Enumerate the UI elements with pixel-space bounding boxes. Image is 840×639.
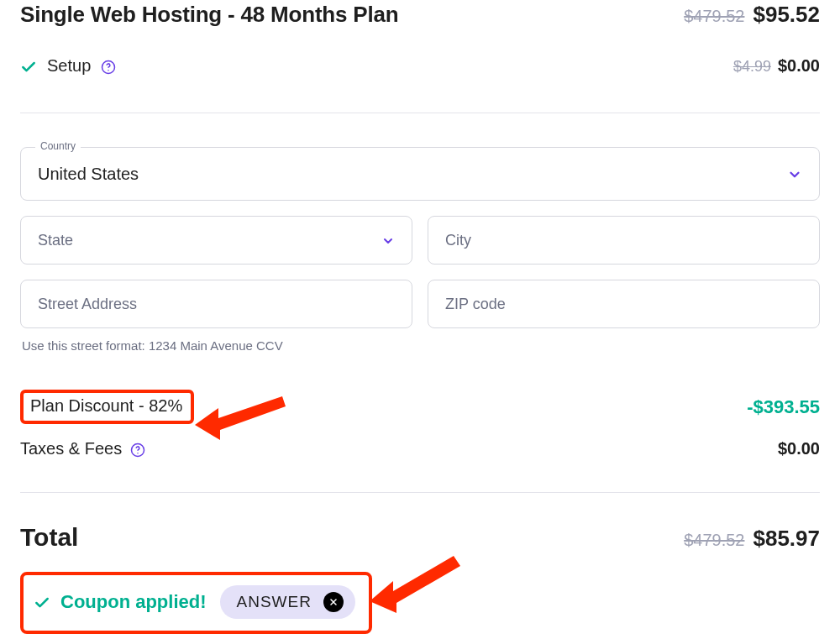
country-value: United States [38,165,139,184]
street-input[interactable]: Street Address [20,280,412,328]
plan-discount-label: Plan Discount - 82% [20,390,194,424]
svg-point-4 [137,453,139,454]
setup-price-current: $0.00 [778,56,820,75]
help-icon[interactable] [101,56,116,76]
country-select[interactable]: United States [20,147,820,201]
zip-placeholder: ZIP code [445,296,506,313]
coupon-chip: ANSWER [220,585,355,619]
plan-title: Single Web Hosting - 48 Months Plan [20,2,398,28]
coupon-code: ANSWER [237,593,312,611]
plan-discount-text: Plan Discount - 82% [30,396,182,416]
total-price-current: $85.97 [753,526,820,551]
setup-original-price: $4.99 [733,58,771,75]
svg-point-1 [108,70,110,71]
country-label: Country [35,140,81,152]
plan-discount-amount: -$393.55 [747,396,820,418]
state-placeholder: State [38,232,73,249]
chevron-down-icon [381,232,395,249]
taxes-amount: $0.00 [778,439,820,458]
coupon-applied-text: Coupon applied! [60,591,207,613]
zip-input[interactable]: ZIP code [428,280,820,328]
remove-coupon-button[interactable] [323,592,344,612]
setup-label: Setup [47,56,91,76]
plan-original-price: $479.52 [684,7,744,25]
city-placeholder: City [445,232,471,249]
chevron-down-icon [787,165,802,183]
check-icon [34,591,50,613]
help-icon[interactable] [130,439,145,458]
annotation-arrow-icon [370,553,462,613]
coupon-applied-box: Coupon applied! ANSWER [20,572,372,634]
total-original-price: $479.52 [684,531,744,549]
plan-price: $479.52$95.52 [684,2,820,28]
taxes-label: Taxes & Fees [20,439,122,458]
divider [20,113,820,113]
divider [20,492,820,493]
state-select[interactable]: State [20,216,412,265]
total-price: $479.52$85.97 [684,526,820,552]
total-label: Total [20,523,78,552]
street-hint: Use this street format: 1234 Main Avenue… [22,338,820,353]
setup-price: $4.99$0.00 [733,56,820,76]
street-placeholder: Street Address [38,296,137,313]
svg-marker-7 [370,556,460,613]
city-input[interactable]: City [428,216,820,265]
plan-price-current: $95.52 [753,2,820,27]
check-icon [20,56,37,76]
